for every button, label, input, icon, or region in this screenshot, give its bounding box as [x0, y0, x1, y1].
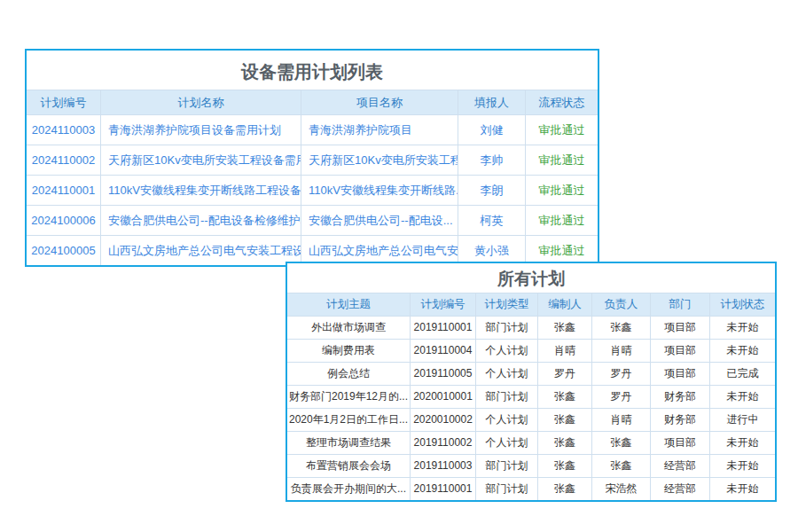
table-cell: 进行中 [710, 409, 775, 431]
table-cell: 项目部 [651, 340, 710, 362]
table-cell: 2024110002 [27, 145, 101, 175]
table-cell: 2019110001 [411, 478, 476, 500]
table-cell: 2024110001 [27, 176, 101, 205]
table-cell: 财务部门2019年12月的... [287, 386, 411, 408]
column-header-plan-subject: 计划主题 [287, 293, 411, 316]
all-plans-panel: 所有计划 计划主题 计划编号 计划类型 编制人 负责人 部门 计划状态 外出做市… [286, 262, 777, 502]
table-cell: 柯英 [458, 206, 526, 235]
table-cell: 个人计划 [476, 363, 538, 385]
table-cell: 编制费用表 [287, 340, 411, 362]
table-cell: 刘健 [458, 115, 526, 145]
table-cell: 个人计划 [476, 432, 538, 454]
column-header-plan-type: 计划类型 [476, 293, 538, 316]
table-cell: 未开始 [710, 432, 775, 454]
table-cell: 天府新区10Kv变电所安装工程设备需用... [101, 145, 301, 175]
table-cell: 张鑫 [592, 455, 651, 477]
table-cell: 个人计划 [476, 340, 538, 362]
table-cell: 部门计划 [476, 478, 538, 500]
table-cell: 2020010002 [411, 409, 476, 431]
table-cell: 整理市场调查结果 [287, 432, 411, 454]
table-cell: 天府新区10Kv变电所安装工程 [301, 145, 458, 175]
table-cell: 未开始 [710, 478, 775, 500]
table-cell: 经营部 [651, 455, 710, 477]
table-row[interactable]: 负责展会开办期间的大...2019110001部门计划张鑫宋浩然经营部未开始 [287, 478, 775, 500]
table-cell: 2019110001 [411, 317, 476, 339]
table-cell: 2019110002 [411, 432, 476, 454]
table-row[interactable]: 整理市场调查结果2019110002个人计划张鑫张鑫项目部未开始 [287, 432, 775, 455]
equipment-table-body: 2024110003青海洪湖养护院项目设备需用计划青海洪湖养护院项目刘健审批通过… [27, 115, 598, 265]
table-cell: 审批通过 [526, 206, 598, 235]
table-cell: 经营部 [651, 478, 710, 500]
column-header-plan-name: 计划名称 [101, 90, 301, 114]
table-cell: 2019110003 [411, 455, 476, 477]
equipment-plan-list-panel: 设备需用计划列表 计划编号 计划名称 项目名称 填报人 流程状态 2024110… [25, 49, 599, 267]
table-cell: 部门计划 [476, 455, 538, 477]
column-header-plan-number: 计划编号 [27, 90, 101, 114]
table-cell: 肖晴 [538, 340, 592, 362]
table-cell: 青海洪湖养护院项目设备需用计划 [101, 115, 301, 145]
table-cell: 未开始 [710, 317, 775, 339]
table-cell: 审批通过 [526, 145, 598, 175]
table-cell: 项目部 [651, 432, 710, 454]
plans-table-body: 外出做市场调查2019110001部门计划张鑫张鑫项目部未开始编制费用表2019… [287, 317, 775, 500]
table-cell: 已完成 [710, 363, 775, 385]
column-header-compiler: 编制人 [538, 293, 592, 316]
table-cell: 安徽合肥供电公司--配电设... [301, 206, 458, 235]
table-cell: 审批通过 [526, 115, 598, 145]
table-cell: 宋浩然 [592, 478, 651, 500]
table-cell: 未开始 [710, 386, 775, 408]
equipment-table-header-row: 计划编号 计划名称 项目名称 填报人 流程状态 [27, 90, 598, 115]
table-row[interactable]: 2024110002天府新区10Kv变电所安装工程设备需用...天府新区10Kv… [27, 145, 598, 176]
table-cell: 李帅 [458, 145, 526, 175]
column-header-plan-status: 计划状态 [710, 293, 775, 316]
table-row[interactable]: 例会总结2019110005个人计划罗丹罗丹项目部已完成 [287, 363, 775, 386]
table-row[interactable]: 2024100006安徽合肥供电公司--配电设备检修维护和...安徽合肥供电公司… [27, 206, 598, 236]
column-header-reporter: 填报人 [458, 90, 526, 114]
table-cell: 例会总结 [287, 363, 411, 385]
table-cell: 山西弘文房地产总公司电气安装工程设备... [101, 236, 301, 265]
table-cell: 财务部 [651, 409, 710, 431]
table-cell: 未开始 [710, 340, 775, 362]
table-row[interactable]: 布置营销展会会场2019110003部门计划张鑫张鑫经营部未开始 [287, 455, 775, 478]
table-cell: 负责展会开办期间的大... [287, 478, 411, 500]
table-row[interactable]: 2024110003青海洪湖养护院项目设备需用计划青海洪湖养护院项目刘健审批通过 [27, 115, 598, 145]
table-cell: 2024100005 [27, 236, 101, 265]
table-cell: 2019110005 [411, 363, 476, 385]
column-header-owner: 负责人 [592, 293, 651, 316]
table-cell: 张鑫 [538, 478, 592, 500]
table-cell: 张鑫 [538, 432, 592, 454]
table-cell: 张鑫 [538, 409, 592, 431]
table-cell: 罗丹 [592, 386, 651, 408]
table-cell: 张鑫 [538, 455, 592, 477]
table-cell: 青海洪湖养护院项目 [301, 115, 458, 145]
table-cell: 项目部 [651, 363, 710, 385]
table-cell: 财务部 [651, 386, 710, 408]
table-cell: 2019110004 [411, 340, 476, 362]
table-row[interactable]: 2020年1月2日的工作日...2020010002个人计划张鑫肖晴财务部进行中 [287, 409, 775, 432]
table-cell: 肖晴 [592, 340, 651, 362]
table-cell: 110kV安徽线程集变开断线路工程设备需... [101, 176, 301, 205]
table-cell: 外出做市场调查 [287, 317, 411, 339]
table-cell: 个人计划 [476, 409, 538, 431]
table-row[interactable]: 编制费用表2019110004个人计划肖晴肖晴项目部未开始 [287, 340, 775, 363]
table-cell: 张鑫 [538, 386, 592, 408]
column-header-project-name: 项目名称 [301, 90, 458, 114]
table-cell: 李朗 [458, 176, 526, 205]
all-plans-title: 所有计划 [287, 263, 775, 293]
equipment-plan-list-title: 设备需用计划列表 [27, 51, 598, 90]
table-row[interactable]: 财务部门2019年12月的...2020010001部门计划张鑫罗丹财务部未开始 [287, 386, 775, 409]
table-cell: 罗丹 [592, 363, 651, 385]
table-cell: 张鑫 [592, 432, 651, 454]
table-cell: 安徽合肥供电公司--配电设备检修维护和... [101, 206, 301, 235]
plans-table-header-row: 计划主题 计划编号 计划类型 编制人 负责人 部门 计划状态 [287, 293, 775, 317]
table-row[interactable]: 2024110001110kV安徽线程集变开断线路工程设备需...110kV安徽… [27, 176, 598, 206]
table-cell: 审批通过 [526, 176, 598, 205]
column-header-department: 部门 [651, 293, 710, 316]
column-header-plan-number: 计划编号 [411, 293, 476, 316]
table-cell: 2024100006 [27, 206, 101, 235]
column-header-flow-status: 流程状态 [526, 90, 598, 114]
table-cell: 2024110003 [27, 115, 101, 145]
table-cell: 罗丹 [538, 363, 592, 385]
table-row[interactable]: 外出做市场调查2019110001部门计划张鑫张鑫项目部未开始 [287, 317, 775, 340]
table-cell: 肖晴 [592, 409, 651, 431]
